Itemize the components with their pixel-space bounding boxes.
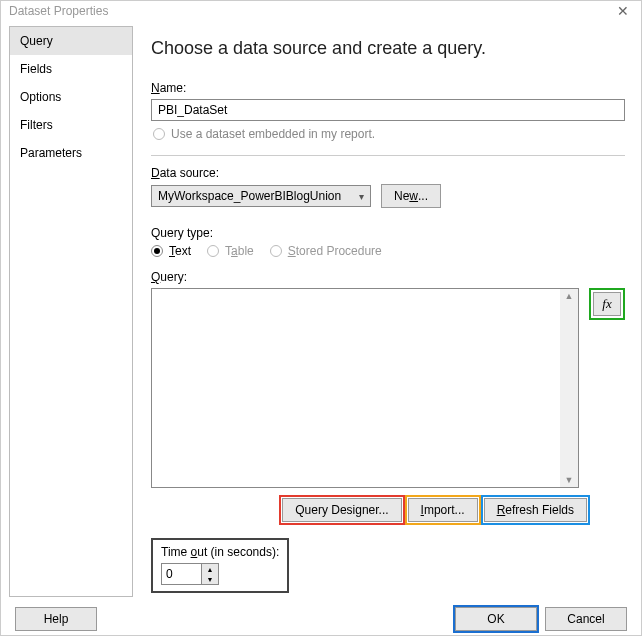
datasource-select[interactable]: MyWorkspace_PowerBIBlogUnion ▾ [151,185,371,207]
query-designer-button[interactable]: Query Designer... [282,498,401,522]
scroll-down-icon[interactable]: ▼ [565,473,574,487]
window-title: Dataset Properties [9,4,108,18]
sidebar-item-query[interactable]: Query [10,27,132,55]
scrollbar[interactable]: ▲ ▼ [560,289,578,487]
import-button[interactable]: Import... [408,498,478,522]
sidebar-item-fields[interactable]: Fields [10,55,132,83]
query-textarea[interactable]: ▲ ▼ [151,288,579,488]
embedded-label: Use a dataset embedded in my report. [171,127,375,141]
timeout-label: Time out (in seconds): [161,545,279,559]
datasource-value: MyWorkspace_PowerBIBlogUnion [158,189,341,203]
page-heading: Choose a data source and create a query. [151,38,625,59]
sidebar-item-options[interactable]: Options [10,83,132,111]
spinner-up-icon[interactable]: ▲ [202,564,218,574]
name-label: Name: [151,81,625,95]
scroll-up-icon[interactable]: ▲ [565,289,574,303]
fx-icon: fx [602,296,611,312]
embedded-radio-row: Use a dataset embedded in my report. [153,127,625,141]
sidebar-item-parameters[interactable]: Parameters [10,139,132,167]
spinner-down-icon[interactable]: ▼ [202,574,218,584]
chevron-down-icon: ▾ [359,191,364,202]
timeout-input[interactable] [161,563,201,585]
query-label: Query: [151,270,625,284]
datasource-label: Data source: [151,166,625,180]
radio-icon [207,245,219,257]
radio-icon [151,245,163,257]
ok-button[interactable]: OK [455,607,537,631]
close-icon[interactable]: ✕ [613,3,633,19]
querytype-text[interactable]: Text [151,244,191,258]
querytype-storedprocedure[interactable]: Stored Procedure [270,244,382,258]
radio-icon [270,245,282,257]
timeout-group: Time out (in seconds): ▲ ▼ [151,538,289,593]
expression-button[interactable]: fx [593,292,621,316]
refresh-fields-button[interactable]: Refresh Fields [484,498,587,522]
radio-icon [153,128,165,140]
sidebar-item-filters[interactable]: Filters [10,111,132,139]
querytype-label: Query type: [151,226,625,240]
sidebar: Query Fields Options Filters Parameters [9,26,133,597]
querytype-table[interactable]: Table [207,244,254,258]
new-datasource-button[interactable]: New... [381,184,441,208]
name-input[interactable] [151,99,625,121]
help-button[interactable]: Help [15,607,97,631]
cancel-button[interactable]: Cancel [545,607,627,631]
